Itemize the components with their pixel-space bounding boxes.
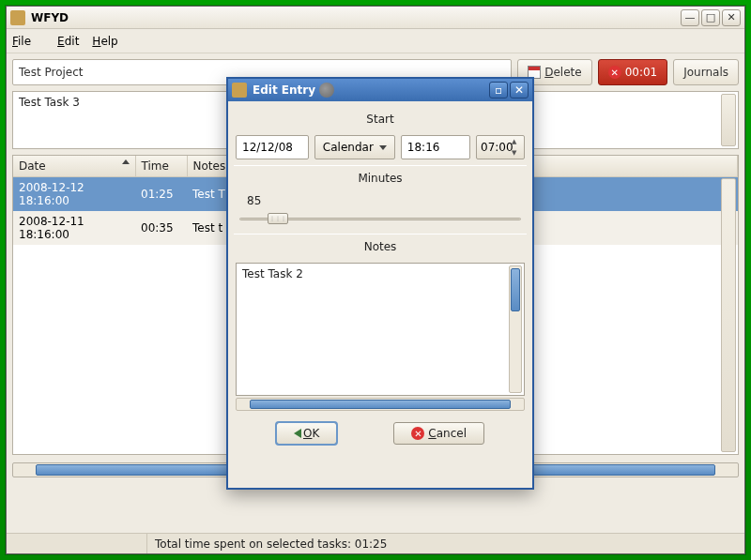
journals-button[interactable]: Journals [673,59,739,85]
slider-thumb[interactable]: ⋮⋮⋮ [268,213,288,224]
cancel-button[interactable]: ✕ Cancel [393,422,484,445]
window-title: WFYD [31,11,679,24]
close-button[interactable]: ✕ [722,9,741,26]
scroll-thumb[interactable] [250,400,511,409]
col-time[interactable]: Time [135,156,187,177]
cell-time: 00:35 [135,211,187,245]
notes-horizontal-scrollbar[interactable] [236,398,525,411]
dialog-title: Edit Entry [253,83,315,97]
statusbar-grip[interactable] [7,534,147,553]
dialog-titlebar[interactable]: Edit Entry ▫ ✕ [228,79,532,101]
start-label: Start [236,113,525,126]
ok-button[interactable]: OK [276,422,337,445]
stop-icon: ✕ [608,66,621,79]
dialog-app-icon [232,83,247,98]
col-date[interactable]: Date [13,156,135,177]
menu-help[interactable]: Help [92,35,117,48]
cell-date: 2008-12-11 18:16:00 [13,211,135,245]
menu-edit[interactable]: Edit [57,35,79,48]
minimize-button[interactable]: — [681,9,699,26]
time-spinner-value: 07:00 [481,141,513,154]
notes-vertical-scrollbar[interactable] [509,265,522,393]
calendar-button[interactable]: Calendar [314,135,395,159]
divider [234,234,527,235]
time-spinner[interactable]: 07:00 ▲▼ [476,135,525,159]
timer-button[interactable]: ✕ 00:01 [598,59,668,85]
chevron-down-icon [379,145,387,150]
divider [234,165,527,166]
minutes-value: 85 [247,194,525,207]
date-input[interactable]: 12/12/08 [236,135,309,159]
maximize-button[interactable]: □ [701,9,720,26]
notes-content: Test Task 2 [242,267,303,280]
notes-label: Notes [236,240,525,253]
cell-time: 01:25 [135,177,187,212]
status-message: Total time spent on selected tasks: 01:2… [147,537,394,551]
suse-icon [319,83,334,98]
dialog-rollup-button[interactable]: ▫ [489,82,508,98]
menubar: File Edit Help [7,29,744,53]
dialog-close-button[interactable]: ✕ [510,82,529,98]
spinner-arrows-icon[interactable]: ▲▼ [512,138,521,157]
sort-asc-icon [122,159,130,164]
main-window: WFYD — □ ✕ File Edit Help Test Project D… [6,6,745,554]
edit-entry-dialog: Edit Entry ▫ ✕ Start 12/12/08 Calendar 1… [226,77,534,490]
back-arrow-icon [294,429,301,438]
minutes-slider[interactable]: ⋮⋮⋮ [239,209,521,228]
cancel-icon: ✕ [411,427,424,440]
menu-file[interactable]: File [12,35,44,48]
timer-value: 00:01 [625,66,658,79]
statusbar: Total time spent on selected tasks: 01:2… [7,533,744,553]
app-icon [10,10,25,25]
calendar-button-label: Calendar [323,141,374,154]
notes-textarea[interactable]: Test Task 2 [236,263,525,396]
minutes-label: Minutes [236,172,525,185]
titlebar[interactable]: WFYD — □ ✕ [7,7,744,29]
time-input[interactable]: 18:16 [401,135,470,159]
cell-date: 2008-12-12 18:16:00 [13,177,135,212]
scroll-thumb[interactable] [511,268,520,311]
